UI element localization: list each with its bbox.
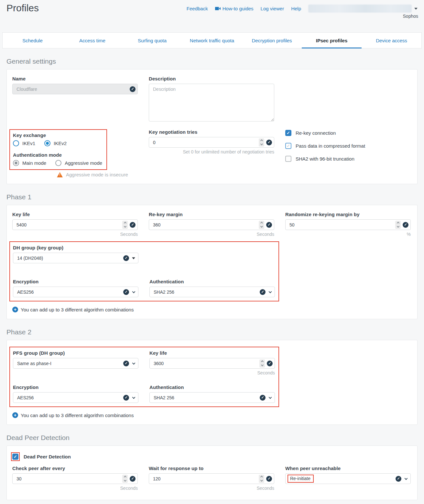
p2-encryption-label: Encryption: [13, 384, 138, 390]
checkbox-rekey-connection[interactable]: ✓ Re-key connection: [285, 130, 411, 136]
highlight-box-phase1-algorithms: DH group (key group) 14 (DH2048) ✓ Encry…: [9, 241, 279, 301]
feedback-link[interactable]: Feedback: [187, 6, 208, 11]
account-name-redacted: [308, 5, 412, 13]
p1-rekey-margin-label: Re-key margin: [149, 212, 274, 217]
dpd-check-peer-input[interactable]: [12, 473, 138, 484]
description-label: Description: [149, 76, 274, 81]
valid-check-icon: ✓: [123, 289, 129, 295]
plus-circle-icon[interactable]: +: [12, 307, 18, 312]
brand-label: Sophos: [403, 14, 418, 19]
account-selector[interactable]: [308, 5, 418, 13]
tab-device-access[interactable]: Device access: [362, 33, 421, 48]
highlight-box-phase2-algorithms: PFS group (DH group) Same as phase-I ✓ K…: [9, 347, 279, 407]
description-input[interactable]: [149, 84, 274, 121]
dpd-when-unreachable-value: Re-initiate: [290, 476, 310, 481]
feedback-link-label: Feedback: [187, 6, 208, 11]
chevron-down-icon: [132, 395, 136, 399]
tab-access-time[interactable]: Access time: [62, 33, 122, 48]
spinner-control[interactable]: [259, 221, 264, 229]
p2-pfs-group-value: Same as phase-I: [17, 361, 51, 366]
p1-authentication-label: Authentication: [149, 279, 275, 284]
checkbox-rekey-connection-box[interactable]: ✓: [285, 130, 291, 136]
radio-main-mode[interactable]: Main mode: [13, 160, 46, 166]
checkbox-sha2-truncation[interactable]: ✓ SHA2 with 96-bit truncation: [285, 156, 411, 162]
p1-dh-group-select[interactable]: 14 (DH2048) ✓: [13, 253, 138, 263]
radio-ikev1-dot[interactable]: [13, 140, 19, 146]
p1-key-life-input[interactable]: [12, 219, 138, 230]
spinner-control[interactable]: [259, 138, 264, 146]
top-links: Feedback How-to guides Log viewer Help: [187, 5, 418, 13]
p1-dh-group-label: DH group (key group): [13, 245, 276, 250]
radio-aggressive-mode-dot[interactable]: [55, 160, 61, 166]
radio-ikev2[interactable]: IKEv2: [44, 140, 67, 146]
checkbox-compressed-format-box[interactable]: ✓: [285, 143, 291, 149]
log-viewer-link-label: Log viewer: [261, 6, 284, 11]
valid-check-icon: ✓: [123, 255, 129, 261]
help-link[interactable]: Help: [291, 6, 301, 11]
video-camera-icon: [215, 6, 221, 11]
valid-check-icon: ✓: [403, 222, 408, 228]
tab-schedule[interactable]: Schedule: [3, 33, 62, 48]
p1-rekey-margin-input[interactable]: [149, 219, 274, 230]
valid-check-icon: ✓: [396, 476, 401, 482]
p1-add-combination-note: + You can add up to 3 different algorith…: [12, 307, 412, 312]
p2-encryption-select[interactable]: AES256 ✓: [13, 392, 138, 403]
phase1-card: Key life ✓ Seconds Re-key margin ✓ Secon…: [6, 205, 418, 319]
name-input[interactable]: [12, 84, 138, 94]
dropdown-caret-icon: [132, 257, 135, 259]
tab-decryption-profiles[interactable]: Decryption profiles: [242, 33, 302, 48]
p1-encryption-label: Encryption: [13, 279, 138, 284]
p2-authentication-label: Authentication: [149, 384, 275, 390]
spinner-control[interactable]: [122, 475, 128, 483]
checkbox-compressed-format[interactable]: ✓ Pass data in compressed format: [285, 143, 411, 149]
checkbox-sha2-truncation-box[interactable]: ✓: [285, 156, 291, 162]
radio-ikev2-dot[interactable]: [44, 140, 50, 146]
log-viewer-link[interactable]: Log viewer: [261, 6, 284, 11]
spinner-control[interactable]: [395, 221, 401, 229]
p2-encryption-value: AES256: [17, 395, 34, 400]
valid-check-icon: ✓: [266, 476, 272, 482]
plus-circle-icon[interactable]: +: [12, 412, 18, 418]
radio-aggressive-mode[interactable]: Aggressive mode: [55, 160, 102, 166]
general-settings-heading: General settings: [6, 58, 418, 65]
p1-encryption-select[interactable]: AES256 ✓: [13, 287, 138, 297]
p1-randomize-unit: %: [285, 232, 411, 237]
p2-pfs-group-select[interactable]: Same as phase-I ✓: [13, 358, 138, 369]
tab-bar: Schedule Access time Surfing quota Netwo…: [2, 32, 422, 48]
auth-mode-label: Authentication mode: [13, 152, 103, 158]
radio-main-mode-dot[interactable]: [13, 160, 19, 166]
phase2-card: PFS group (DH group) Same as phase-I ✓ K…: [6, 340, 418, 425]
tab-ipsec-profiles[interactable]: IPsec profiles: [302, 33, 362, 48]
valid-check-icon: ✓: [130, 476, 136, 482]
p2-pfs-group-label: PFS group (DH group): [13, 350, 138, 356]
tab-network-traffic-quota[interactable]: Network traffic quota: [182, 33, 242, 48]
radio-main-mode-label: Main mode: [22, 160, 46, 166]
radio-aggressive-mode-label: Aggressive mode: [65, 160, 102, 166]
highlight-box-key-exchange: Key exchange IKEv1 IKEv2 Authentication …: [9, 129, 107, 170]
dpd-wait-response-input[interactable]: [149, 473, 274, 484]
general-settings-card: Name ✓ Description Key exchange: [6, 69, 418, 184]
valid-check-icon: ✓: [266, 222, 272, 228]
radio-ikev1[interactable]: IKEv1: [13, 140, 35, 146]
p1-randomize-input[interactable]: [285, 219, 411, 230]
spinner-control[interactable]: [122, 221, 128, 229]
dpd-when-unreachable-select[interactable]: Re-initiate ✓: [285, 473, 411, 484]
p2-authentication-select[interactable]: SHA2 256 ✓: [149, 392, 275, 403]
radio-ikev2-label: IKEv2: [54, 141, 67, 146]
key-negotiation-help: Set 0 for unlimited number of negotiatio…: [149, 149, 274, 154]
howto-guides-link[interactable]: How-to guides: [215, 6, 254, 11]
p1-dh-group-value: 14 (DH2048): [17, 256, 43, 261]
chevron-down-icon: [132, 290, 136, 293]
tab-surfing-quota[interactable]: Surfing quota: [122, 33, 182, 48]
dpd-card: ✓ Dead Peer Detection Check peer after e…: [6, 446, 418, 500]
checkbox-dpd-box[interactable]: ✓: [12, 454, 18, 460]
valid-check-icon: ✓: [123, 395, 129, 401]
key-negotiation-input[interactable]: [149, 137, 274, 148]
p1-authentication-select[interactable]: SHA2 256 ✓: [149, 287, 275, 297]
spinner-control[interactable]: [259, 359, 265, 367]
p2-key-life-input[interactable]: [149, 358, 275, 369]
p1-key-life-label: Key life: [12, 212, 138, 217]
p1-randomize-label: Randomize re-keying margin by: [285, 212, 411, 217]
spinner-control[interactable]: [259, 475, 264, 483]
valid-check-icon: ✓: [130, 222, 136, 228]
